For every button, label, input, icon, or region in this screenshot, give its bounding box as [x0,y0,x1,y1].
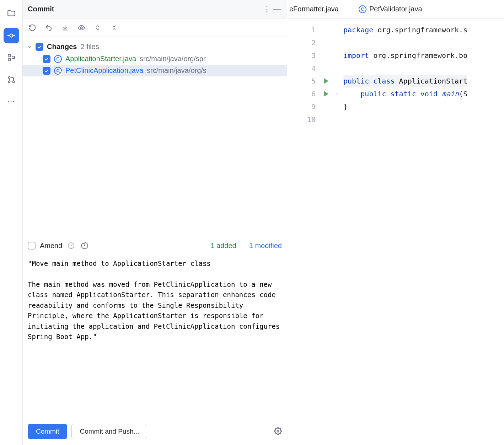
commit-and-push-button[interactable]: Commit and Push... [71,424,147,439]
commit-settings-button[interactable] [274,427,282,436]
undo-icon [45,24,53,32]
commit-panel: Commit ⋮ — Changes 2 files C Application… [23,0,287,445]
line-number: 1 [287,23,316,36]
panel-options-button[interactable]: ⋮ [262,4,272,14]
line-number-gutter: 123456910 [287,18,319,445]
file-path: src/main/java/org/spr [140,55,206,63]
code-line: public class ApplicationStart [343,75,467,87]
run-gutter-cell [319,36,333,49]
changes-group-checkbox[interactable] [36,43,43,51]
amend-checkbox[interactable] [28,242,36,250]
structure-icon [7,53,16,62]
more-tool-button[interactable]: ⋯ [4,94,19,109]
left-tool-rail: ⋯ [0,0,23,445]
line-number: 6 [287,87,316,100]
class-icon: C [359,5,366,13]
chevron-down-icon [27,44,32,49]
line-number: 5 [287,75,316,87]
changed-file-row[interactable]: C ApplicationStarter.java src/main/java/… [23,53,287,65]
changed-file-row[interactable]: C⟳ PetClinicApplication.java src/main/ja… [23,65,287,76]
pull-request-icon [7,75,16,84]
commit-panel-header: Commit ⋮ — [23,0,287,18]
code-line: package org.springframework.s [343,23,467,36]
commit-tool-button[interactable] [4,28,19,43]
download-icon [61,24,69,32]
changes-file-count: 2 files [80,43,99,51]
svg-point-7 [8,81,10,83]
code-line: import org.springframework.bo [343,49,467,62]
history-button[interactable] [66,241,76,250]
fold-gutter-cell [333,23,341,36]
spiral-icon [80,241,89,250]
file-checkbox[interactable] [43,55,50,63]
svg-rect-3 [8,54,11,57]
run-icon [324,78,328,84]
run-icon [324,91,328,97]
fold-gutter-cell [333,62,341,75]
gear-icon [274,427,282,435]
editor-tab-bar: eFormatter.java C PetValidator.java [287,0,504,18]
fold-gutter-cell[interactable]: › [333,87,341,100]
refresh-button[interactable] [28,23,37,32]
changes-group-header[interactable]: Changes 2 files [23,41,287,53]
project-tool-button[interactable] [4,6,19,21]
rollback-button[interactable] [44,23,53,32]
code-line [343,36,467,49]
modified-count: 1 modified [249,242,282,250]
class-icon: C [54,55,62,63]
structure-tool-button[interactable] [4,50,19,65]
pull-requests-tool-button[interactable] [4,72,19,87]
run-gutter-cell [319,100,333,113]
expand-icon [95,24,101,32]
commit-message-input[interactable] [23,254,287,419]
line-number: 4 [287,62,316,75]
diff-preview-button[interactable] [77,23,86,32]
clock-icon [67,242,75,250]
run-gutter [319,18,333,445]
editor-area: eFormatter.java C PetValidator.java 1234… [287,0,504,445]
commit-toolbar [23,18,287,37]
folder-icon [7,9,16,18]
fold-gutter-cell [333,36,341,49]
fold-gutter-cell [333,100,341,113]
minimize-icon: — [273,5,281,14]
eye-icon [77,24,86,32]
run-gutter-cell[interactable] [319,75,333,87]
run-gutter-cell [319,23,333,36]
changes-group-title: Changes [47,43,77,51]
line-number: 2 [287,36,316,49]
svg-point-9 [80,27,82,29]
panel-minimize-button[interactable]: — [272,4,282,14]
fold-gutter-cell [333,75,341,87]
code-line: public static void main(S [343,87,467,100]
group-by-button[interactable] [109,23,119,32]
file-name: PetClinicApplication.java [65,66,143,75]
added-count: 1 added [210,242,236,250]
collapse-icon [111,24,117,32]
panel-title: Commit [28,5,262,13]
amend-bar: Amend 1 added 1 modified [23,235,287,254]
kebab-icon: ⋮ [263,5,271,14]
editor-body: 123456910 › package org.springframework.… [287,18,504,445]
svg-rect-5 [12,56,15,59]
ai-assist-button[interactable] [80,241,89,250]
refresh-icon [28,24,36,32]
file-checkbox[interactable] [43,67,50,75]
shelve-button[interactable] [60,23,70,32]
expand-collapse-button[interactable] [93,23,102,32]
ellipsis-icon: ⋯ [7,97,16,106]
run-gutter-cell[interactable] [319,87,333,100]
svg-point-8 [12,81,14,83]
svg-point-11 [277,430,279,432]
tab-label: PetValidator.java [369,5,422,13]
line-number: 10 [287,113,316,126]
file-path: src/main/java/org/s [147,66,207,75]
run-gutter-cell [319,49,333,62]
commit-button[interactable]: Commit [28,424,67,439]
tab-formatter[interactable]: eFormatter.java [287,0,349,18]
svg-point-0 [10,34,13,37]
commit-footer: Commit Commit and Push... [23,419,287,445]
code-area[interactable]: package org.springframework.simport org.… [341,18,467,445]
code-line [343,113,467,126]
tab-petvalidator[interactable]: C PetValidator.java [349,0,432,18]
